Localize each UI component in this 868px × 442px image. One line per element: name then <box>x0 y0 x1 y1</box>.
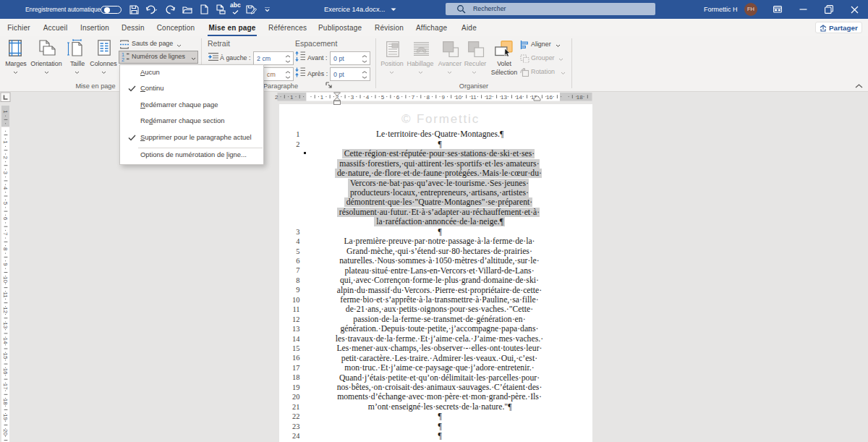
svg-text:1: 1 <box>290 94 294 101</box>
svg-text:10: 10 <box>455 94 461 101</box>
svg-text:16: 16 <box>2 368 9 375</box>
svg-text:5: 5 <box>2 202 9 205</box>
svg-text:5: 5 <box>381 94 385 101</box>
svg-text:14: 14 <box>2 337 9 344</box>
svg-text:13: 13 <box>501 94 507 101</box>
svg-text:4: 4 <box>2 187 9 190</box>
svg-text:7: 7 <box>412 94 415 101</box>
svg-text:4: 4 <box>366 94 370 101</box>
svg-text:18: 18 <box>2 399 9 405</box>
svg-text:3: 3 <box>351 94 354 101</box>
svg-text:1: 1 <box>2 140 9 144</box>
svg-text:20: 20 <box>2 429 9 435</box>
svg-text:6: 6 <box>2 217 9 221</box>
svg-text:2: 2 <box>275 94 278 101</box>
svg-text:9: 9 <box>2 263 9 266</box>
svg-text:16: 16 <box>546 94 553 101</box>
svg-text:19: 19 <box>2 414 9 420</box>
svg-text:15: 15 <box>2 353 9 360</box>
svg-text:18: 18 <box>576 94 583 101</box>
svg-text:8: 8 <box>427 94 430 101</box>
svg-text:2: 2 <box>2 156 9 159</box>
svg-text:11: 11 <box>470 94 477 101</box>
svg-text:6: 6 <box>396 94 400 101</box>
svg-text:1: 1 <box>320 94 324 101</box>
svg-text:3: 3 <box>2 171 9 175</box>
svg-text:13: 13 <box>2 322 9 328</box>
svg-text:10: 10 <box>2 276 9 283</box>
svg-text:12: 12 <box>485 94 492 101</box>
svg-text:14: 14 <box>516 94 522 101</box>
svg-text:7: 7 <box>2 232 9 236</box>
svg-text:11: 11 <box>2 292 9 298</box>
svg-text:8: 8 <box>2 247 9 251</box>
svg-text:17: 17 <box>2 383 9 390</box>
svg-text:12: 12 <box>2 307 9 313</box>
svg-text:9: 9 <box>442 94 446 101</box>
svg-text:1: 1 <box>2 110 9 114</box>
